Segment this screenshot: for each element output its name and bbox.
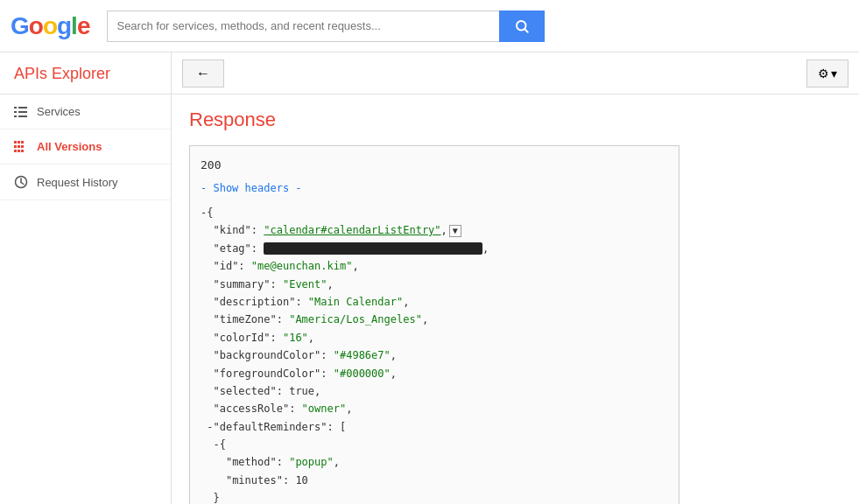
svg-line-19 xyxy=(21,183,24,185)
json-id-row: "id": "me@eunchan.kim", xyxy=(201,260,359,272)
json-foregroundcolor-row: "foregroundColor": "#000000", xyxy=(201,368,397,380)
svg-rect-13 xyxy=(21,145,24,148)
svg-rect-12 xyxy=(18,145,20,148)
json-method-row: "method": "popup", xyxy=(201,456,340,468)
gear-icon: ⚙ xyxy=(818,66,829,80)
history-icon xyxy=(14,175,28,189)
sidebar-item-services-label: Services xyxy=(37,105,81,118)
svg-rect-14 xyxy=(14,150,17,152)
json-open-brace: -{ xyxy=(201,206,213,219)
svg-rect-3 xyxy=(18,107,27,108)
json-reminders-close: } xyxy=(201,492,220,504)
show-headers-toggle[interactable]: - Show headers - xyxy=(201,180,668,197)
search-input[interactable] xyxy=(107,10,499,42)
search-button[interactable] xyxy=(499,10,545,42)
json-kind-row: "kind": "calendar#calendarListEntry",▼ xyxy=(201,224,461,236)
search-bar xyxy=(107,10,545,42)
toolbar: ← ⚙ ▾ xyxy=(172,52,859,94)
sidebar: APIs Explorer Services xyxy=(0,52,172,504)
sidebar-item-all-versions-label: All Versions xyxy=(37,140,102,153)
svg-rect-5 xyxy=(18,111,27,113)
main-layout: APIs Explorer Services xyxy=(0,52,859,504)
response-title: Response xyxy=(189,108,841,131)
sidebar-item-request-history[interactable]: Request History xyxy=(0,164,171,200)
svg-rect-9 xyxy=(18,141,20,144)
json-accessrole-row: "accessRole": "owner", xyxy=(201,402,352,415)
list-icon xyxy=(14,106,28,118)
sidebar-item-request-history-label: Request History xyxy=(37,176,117,189)
svg-rect-2 xyxy=(14,107,17,108)
sidebar-item-all-versions[interactable]: All Versions xyxy=(0,130,171,164)
header: Google xyxy=(0,0,859,52)
search-icon xyxy=(514,18,530,34)
json-selected-row: "selected": true, xyxy=(201,385,320,397)
grid-icon xyxy=(14,141,28,153)
json-minutes-row: "minutes": 10 xyxy=(201,474,308,486)
sidebar-title: APIs Explorer xyxy=(0,52,171,94)
json-etag-row: "etag": , xyxy=(201,242,489,255)
back-button[interactable]: ← xyxy=(182,60,224,88)
sidebar-item-services[interactable]: Services xyxy=(0,94,171,130)
json-reminders-open: -{ xyxy=(201,438,226,451)
google-logo: Google xyxy=(11,12,89,40)
json-body: -{ "kind": "calendar#calendarListEntry",… xyxy=(201,204,668,504)
svg-rect-8 xyxy=(14,141,17,144)
json-colorid-row: "colorId": "16", xyxy=(201,332,314,344)
settings-button[interactable]: ⚙ ▾ xyxy=(806,60,848,88)
svg-rect-16 xyxy=(21,150,24,152)
json-backgroundcolor-row: "backgroundColor": "#4986e7", xyxy=(201,349,397,361)
svg-rect-11 xyxy=(14,145,17,148)
status-code: 200 xyxy=(201,157,668,175)
json-defaultreminders-row: -"defaultReminders": [ xyxy=(201,421,346,433)
response-box: 200 - Show headers - -{ "kind": "calenda… xyxy=(189,145,679,504)
svg-rect-6 xyxy=(14,116,17,117)
json-timezone-row: "timeZone": "America/Los_Angeles", xyxy=(201,313,428,326)
svg-rect-10 xyxy=(21,141,24,144)
svg-rect-15 xyxy=(18,150,20,152)
svg-rect-4 xyxy=(14,111,17,113)
json-summary-row: "summary": "Event", xyxy=(201,278,334,290)
svg-rect-7 xyxy=(18,116,27,117)
chevron-down-icon: ▾ xyxy=(831,66,837,80)
response-area: Response 200 - Show headers - -{ "kind":… xyxy=(172,94,859,504)
content-area: ← ⚙ ▾ Response 200 - Show headers - -{ "… xyxy=(172,52,859,504)
expand-kind-button[interactable]: ▼ xyxy=(449,225,461,237)
json-description-row: "description": "Main Calendar", xyxy=(201,296,409,308)
svg-line-1 xyxy=(525,29,528,32)
